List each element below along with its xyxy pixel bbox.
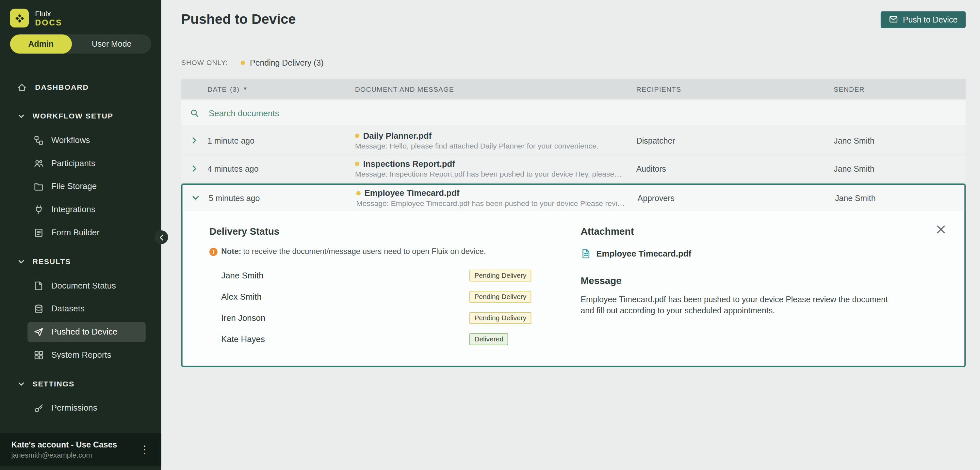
recipient-name: Alex Smith <box>221 292 469 301</box>
participants-icon <box>33 158 44 168</box>
chevron-down-icon[interactable] <box>191 194 201 202</box>
row-recipients: Dispatcher <box>636 136 834 145</box>
sidebar-item-integrations[interactable]: Integrations <box>0 198 161 221</box>
sidebar-item-label: Integrations <box>51 205 95 214</box>
sidebar-collapse-icon[interactable] <box>154 230 168 244</box>
sidebar-item-permissions[interactable]: Permissions <box>0 396 161 419</box>
brand-name: Fluix <box>35 9 62 18</box>
filter-bar: SHOW ONLY: Pending Delivery (3) <box>181 57 966 68</box>
sidebar-item-label: File Storage <box>51 182 97 191</box>
row-document: Inspections Report.pdf Message: Inspecti… <box>355 159 636 178</box>
sidebar-item-label: Datasets <box>51 304 84 313</box>
sidebar-item-dashboard[interactable]: DASHBOARD <box>0 75 161 100</box>
column-header-recipients: RECIPIENTS <box>636 85 834 93</box>
row-file-name: Inspections Report.pdf <box>363 159 455 168</box>
dashboard-label: DASHBOARD <box>35 83 89 92</box>
account-email: janesmith@example.com <box>11 451 117 459</box>
attachment-file-name: Employee Timecard.pdf <box>596 249 691 259</box>
logo-text: Fluix DOCS <box>35 9 62 27</box>
sidebar-item-participants[interactable]: Participants <box>0 152 161 175</box>
product-name: DOCS <box>35 18 62 27</box>
date-column-count: (3) <box>230 85 239 93</box>
sidebar-item-form-builder[interactable]: Form Builder <box>0 221 161 244</box>
chevron-down-icon <box>18 114 24 118</box>
user-mode-button[interactable]: User Mode <box>72 34 151 54</box>
table-row[interactable]: 4 minutes ago Inspections Report.pdf Mes… <box>181 156 966 181</box>
pending-delivery-filter[interactable]: Pending Delivery (3) <box>240 58 323 67</box>
sidebar-group-workflow-setup[interactable]: WORKFLOW SETUP <box>0 103 161 128</box>
row-message: Message: Inspections Report.pdf has been… <box>355 169 636 178</box>
paper-plane-icon <box>33 327 44 337</box>
row-document: Daily Planner.pdf Message: Hello, please… <box>355 131 636 150</box>
sidebar-item-label: Form Builder <box>51 228 100 237</box>
kebab-menu-icon[interactable]: ⋮ <box>135 441 154 457</box>
row-recipients: Auditors <box>636 164 834 173</box>
chevron-right-icon[interactable] <box>191 135 198 146</box>
table-row[interactable]: 1 minute ago Daily Planner.pdf Message: … <box>181 127 966 153</box>
workflow-setup-label: WORKFLOW SETUP <box>32 112 113 121</box>
envelope-icon <box>889 15 898 24</box>
main-content: Pushed to Device Push to Device SHOW ONL… <box>161 0 980 470</box>
attachment-title: Attachment <box>581 226 918 237</box>
sidebar-item-label: Participants <box>51 159 95 168</box>
plug-icon <box>33 204 44 214</box>
sidebar: Fluix DOCS Admin User Mode DASHBOARD WOR… <box>0 0 161 470</box>
account-panel[interactable]: Kate's account - Use Cases janesmith@exa… <box>0 433 161 465</box>
chevron-right-icon[interactable] <box>191 164 198 174</box>
chevron-down-icon <box>18 381 24 386</box>
sidebar-nav: DASHBOARD WORKFLOW SETUP Workflows <box>0 75 161 419</box>
mode-toggle: Admin User Mode <box>10 34 151 54</box>
sort-caret-icon: ▼ <box>243 86 248 92</box>
row-recipients: Approvers <box>638 193 835 203</box>
pending-filter-label: Pending Delivery (3) <box>250 58 323 67</box>
date-column-label: DATE <box>207 85 227 93</box>
sidebar-group-settings[interactable]: SETTINGS <box>0 372 161 396</box>
column-header-date[interactable]: DATE (3) ▼ <box>207 85 355 93</box>
table-row-expanded[interactable]: 5 minutes ago Employee Timecard.pdf Mess… <box>183 185 965 211</box>
fluix-logo-icon <box>10 9 29 27</box>
sidebar-item-datasets[interactable]: Datasets <box>0 297 161 320</box>
sidebar-item-pushed-to-device[interactable]: Pushed to Device <box>0 320 161 343</box>
sidebar-item-label: Workflows <box>51 135 90 145</box>
recipient-name: Kate Hayes <box>221 334 469 344</box>
push-to-device-button[interactable]: Push to Device <box>880 11 966 28</box>
search-row <box>181 100 966 125</box>
attachment-item[interactable]: Employee Timecard.pdf <box>581 248 918 259</box>
database-icon <box>33 303 44 314</box>
search-input[interactable] <box>207 108 966 119</box>
status-dot <box>355 133 360 137</box>
settings-label: SETTINGS <box>32 379 75 388</box>
sidebar-item-system-reports[interactable]: System Reports <box>0 343 161 367</box>
close-icon[interactable] <box>935 224 947 235</box>
expanded-row-card: 5 minutes ago Employee Timecard.pdf Mess… <box>181 183 966 367</box>
row-sender: Jane Smith <box>835 193 964 203</box>
grid-icon <box>33 350 44 360</box>
attachment-section: Attachment Employee Timecard.pdf Message… <box>581 220 918 317</box>
row-file-name: Daily Planner.pdf <box>363 131 432 140</box>
page-header: Pushed to Device Push to Device <box>181 9 966 30</box>
status-badge: Pending Delivery <box>469 312 531 324</box>
pdf-file-icon <box>581 248 591 259</box>
app-root: Fluix DOCS Admin User Mode DASHBOARD WOR… <box>0 0 980 470</box>
row-detail-panel: Delivery Status ! Note:to receive the do… <box>183 211 965 365</box>
recipient-name: Iren Jonson <box>221 313 469 322</box>
status-badge: Pending Delivery <box>469 269 531 281</box>
sidebar-item-workflows[interactable]: Workflows <box>0 129 161 152</box>
row-time: 5 minutes ago <box>209 193 356 203</box>
push-button-label: Push to Device <box>903 15 958 24</box>
sidebar-group-results[interactable]: RESULTS <box>0 249 161 274</box>
sidebar-item-file-storage[interactable]: File Storage <box>0 175 161 198</box>
status-dot <box>356 191 361 195</box>
search-icon-wrap <box>181 108 207 118</box>
account-info: Kate's account - Use Cases janesmith@exa… <box>11 440 117 459</box>
message-title: Message <box>581 275 918 286</box>
results-label: RESULTS <box>32 257 71 266</box>
workflows-icon <box>33 135 44 145</box>
admin-mode-button[interactable]: Admin <box>10 34 72 54</box>
logo[interactable]: Fluix DOCS <box>0 0 161 27</box>
sidebar-item-label: Pushed to Device <box>51 327 117 337</box>
search-icon <box>190 108 199 118</box>
chevron-down-icon <box>18 259 24 264</box>
status-dot <box>355 161 360 165</box>
sidebar-item-document-status[interactable]: Document Status <box>0 274 161 297</box>
